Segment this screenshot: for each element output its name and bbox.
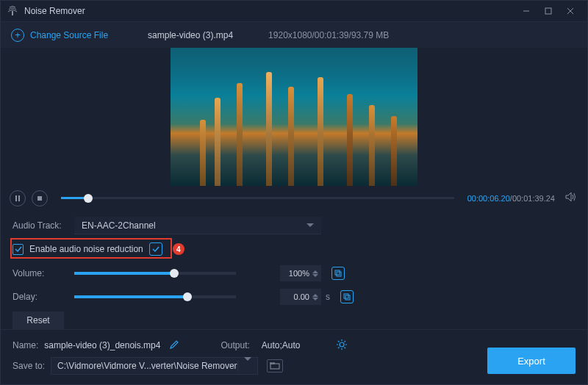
saveto-dropdown[interactable]: C:\Vidmore\Vidmore V...verter\Noise Remo… — [51, 357, 258, 375]
delay-row: Delay: 0.00 s — [12, 285, 576, 309]
name-label: Name: — [12, 340, 38, 350]
delay-label: Delay: — [12, 292, 74, 302]
svg-rect-14 — [270, 362, 274, 364]
pause-button[interactable] — [10, 190, 26, 206]
svg-rect-8 — [335, 270, 340, 275]
stop-button[interactable] — [32, 190, 48, 206]
audio-track-label: Audio Track: — [12, 220, 74, 231]
volume-label: Volume: — [12, 268, 74, 278]
app-logo-icon — [7, 5, 18, 17]
apply-all-volume-icon[interactable] — [331, 267, 345, 280]
export-button[interactable]: Export — [487, 348, 576, 374]
svg-rect-6 — [18, 195, 20, 201]
maximize-button[interactable] — [537, 4, 559, 18]
svg-rect-10 — [344, 294, 348, 298]
enable-noise-row: Enable audio noise reduction 4 — [12, 237, 576, 262]
volume-row: Volume: 100% — [12, 262, 576, 285]
chevron-down-icon — [306, 223, 314, 227]
svg-rect-5 — [15, 195, 17, 201]
open-folder-icon[interactable] — [267, 359, 283, 373]
app-title: Noise Remover — [24, 6, 85, 16]
svg-rect-11 — [345, 295, 350, 300]
svg-rect-7 — [37, 196, 42, 201]
audio-track-row: Audio Track: EN-AAC-2Channel — [12, 215, 576, 237]
svg-rect-0 — [12, 11, 13, 15]
volume-icon[interactable] — [565, 192, 577, 205]
change-source-label: Change Source File — [30, 30, 108, 40]
audio-track-dropdown[interactable]: EN-AAC-2Channel — [74, 217, 321, 234]
name-value: sample-video (3)_denois.mp4 — [44, 340, 160, 350]
change-source-button[interactable]: + Change Source File — [11, 29, 108, 42]
output-settings-icon[interactable] — [336, 339, 348, 353]
toolbar: + Change Source File sample-video (3).mp… — [1, 22, 587, 48]
close-button[interactable] — [559, 4, 581, 18]
edit-name-icon[interactable] — [169, 339, 179, 352]
delay-unit: s — [326, 292, 330, 302]
output-value: Auto;Auto — [262, 340, 301, 350]
minimize-button[interactable] — [515, 4, 537, 18]
audio-track-value: EN-AAC-2Channel — [82, 220, 156, 231]
enable-noise-checkbox[interactable] — [12, 244, 24, 255]
delay-slider[interactable] — [74, 295, 236, 298]
apply-all-delay-icon[interactable] — [340, 290, 354, 303]
svg-rect-13 — [270, 364, 279, 369]
source-meta: 1920x1080/00:01:39/93.79 MB — [268, 30, 389, 40]
volume-spinner[interactable] — [312, 270, 318, 277]
delay-input[interactable]: 0.00 — [280, 289, 321, 305]
output-label: Output: — [220, 340, 249, 350]
svg-rect-9 — [337, 272, 341, 276]
reset-button[interactable]: Reset — [12, 312, 64, 329]
apply-all-noise-icon[interactable] — [149, 242, 162, 256]
chevron-down-icon — [237, 361, 251, 371]
plus-icon: + — [11, 29, 24, 42]
video-preview-area — [1, 48, 587, 186]
volume-slider[interactable] — [74, 272, 236, 275]
enable-noise-label: Enable audio noise reduction — [29, 244, 143, 254]
seek-slider[interactable] — [61, 197, 454, 199]
playback-time: 00:00:06.20/00:01:39.24 — [467, 194, 555, 203]
saveto-label: Save to: — [12, 361, 45, 371]
settings-panel: Audio Track: EN-AAC-2Channel Enable audi… — [1, 210, 587, 329]
delay-spinner[interactable] — [312, 294, 318, 301]
video-preview[interactable] — [171, 48, 417, 186]
bottom-panel: Name: sample-video (3)_denois.mp4 Output… — [1, 329, 587, 384]
volume-input[interactable]: 100% — [280, 265, 321, 281]
saveto-value: C:\Vidmore\Vidmore V...verter\Noise Remo… — [57, 361, 237, 371]
svg-point-12 — [340, 342, 344, 347]
svg-rect-2 — [545, 8, 551, 14]
playback-bar: 00:00:06.20/00:01:39.24 — [1, 186, 587, 210]
source-filename: sample-video (3).mp4 — [148, 30, 233, 40]
titlebar: Noise Remover — [1, 1, 587, 22]
app-window: Noise Remover + Change Source File sampl… — [0, 0, 588, 385]
callout-badge: 4 — [173, 243, 184, 255]
